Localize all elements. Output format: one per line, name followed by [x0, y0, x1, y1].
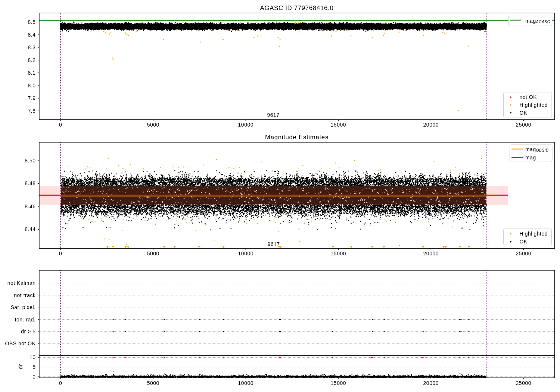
svg-text:8.1: 8.1 [28, 70, 36, 76]
svg-text:25000: 25000 [516, 251, 531, 256]
svg-text:0: 0 [59, 122, 62, 128]
svg-text:7.8: 7.8 [28, 108, 36, 114]
svg-text:15000: 15000 [331, 380, 346, 386]
svg-text:mag: mag [525, 155, 536, 161]
svg-text:0: 0 [32, 374, 35, 380]
svg-text:8.0: 8.0 [28, 83, 36, 88]
svg-text:10000: 10000 [238, 380, 253, 386]
svg-text:8.46: 8.46 [25, 203, 35, 209]
svg-text:5000: 5000 [147, 251, 159, 256]
svg-text:10: 10 [29, 354, 36, 360]
svg-text:0: 0 [59, 251, 62, 256]
svg-text:20000: 20000 [423, 251, 439, 256]
svg-text:Sat. pixel.: Sat. pixel. [10, 304, 35, 310]
svg-text:10000: 10000 [238, 122, 253, 128]
svg-text:dr > 5: dr > 5 [21, 329, 35, 335]
svg-text:Ion. rad.: Ion. rad. [15, 317, 36, 323]
svg-text:OBS not OK: OBS not OK [5, 340, 36, 346]
svg-text:0: 0 [59, 380, 62, 386]
svg-text:5: 5 [32, 364, 35, 370]
svg-text:20000: 20000 [423, 380, 439, 386]
svg-text:not OK: not OK [520, 94, 537, 100]
svg-text:20000: 20000 [423, 122, 439, 128]
svg-text:AGASC ID 779768416.0: AGASC ID 779768416.0 [260, 4, 334, 12]
svg-text:8.50: 8.50 [25, 158, 35, 164]
svg-text:Magnitude Estimates: Magnitude Estimates [265, 134, 329, 141]
svg-text:not track: not track [14, 292, 35, 298]
svg-text:15000: 15000 [331, 251, 346, 256]
svg-text:OK: OK [520, 239, 528, 245]
svg-text:8.48: 8.48 [25, 180, 35, 186]
svg-text:not Kalman: not Kalman [7, 280, 36, 286]
svg-text:OK: OK [520, 110, 528, 116]
svg-text:8.4: 8.4 [28, 32, 36, 38]
svg-text:15000: 15000 [331, 122, 346, 128]
svg-text:10000: 10000 [238, 251, 253, 256]
svg-text:Highlighted: Highlighted [520, 102, 548, 108]
svg-text:9617: 9617 [267, 112, 279, 118]
svg-text:9617: 9617 [267, 241, 280, 247]
svg-text:8.5: 8.5 [28, 19, 36, 25]
svg-text:25000: 25000 [516, 380, 531, 386]
svg-text:5000: 5000 [147, 380, 159, 386]
svg-text:7.9: 7.9 [28, 95, 36, 101]
svg-text:8.44: 8.44 [25, 226, 35, 232]
svg-text:dr: dr [18, 364, 24, 369]
svg-text:8.3: 8.3 [28, 44, 36, 50]
svg-text:25000: 25000 [516, 122, 531, 128]
svg-text:8.2: 8.2 [28, 57, 36, 63]
svg-text:Highlighted: Highlighted [520, 231, 548, 237]
svg-text:5000: 5000 [147, 122, 159, 128]
